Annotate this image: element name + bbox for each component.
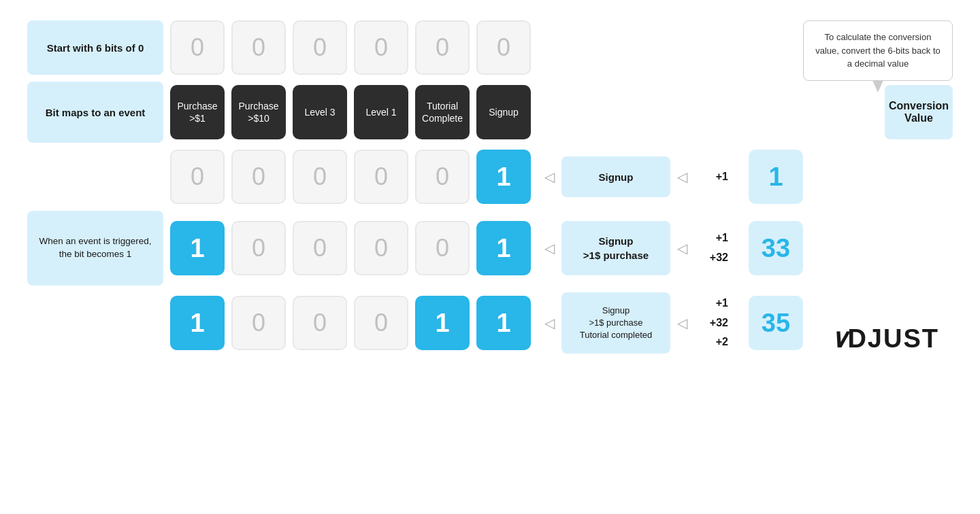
row3-plus-arrow: ◁: [677, 240, 687, 256]
row2-arrow: ◁: [544, 169, 555, 185]
row1-label: Bit maps to an event: [27, 82, 163, 143]
bit-3-1: 0: [231, 221, 286, 275]
bit-3-5: 1: [476, 221, 531, 275]
bit-2-4: 0: [415, 150, 470, 204]
adjust-logo: ∨DJUST: [830, 324, 939, 354]
bit-4-0: 1: [170, 296, 225, 350]
row-1: Bit maps to an event Purchase>$1 Purchas…: [27, 82, 953, 143]
row3-plus: +1+32: [694, 228, 728, 268]
row3-result: 33: [749, 221, 803, 275]
page-layout: To calculate the conversion value, conve…: [0, 0, 980, 381]
row4-event: Signup>1$ purchaseTutorial completed: [561, 292, 670, 354]
bit-0-5: 0: [476, 20, 531, 75]
bit-4-1: 0: [231, 296, 286, 350]
row4-bits: 1 0 0 0 1 1: [170, 296, 531, 350]
bit-2-0: 0: [170, 150, 225, 204]
logo-icon: ∨: [830, 324, 847, 353]
row-4: 1 0 0 0 1 1 ◁ Signup>1$ purchaseTutorial…: [27, 292, 953, 354]
bit-0-2: 0: [293, 20, 347, 75]
row1-bits: Purchase>$1 Purchase>$10 Level 3 Level 1…: [170, 85, 531, 139]
row3-arrow: ◁: [544, 240, 555, 256]
bit-2-5: 1: [476, 150, 531, 204]
row3-event: Signup>1$ purchase: [561, 221, 670, 275]
row-2: 0 0 0 0 0 1 ◁ Signup ◁ +1 1: [27, 150, 953, 204]
bit-3-0: 1: [170, 221, 225, 275]
row3-right: ◁ Signup>1$ purchase ◁ +1+32 33: [544, 221, 803, 275]
bit-2-3: 0: [354, 150, 408, 204]
bit-1-0: Purchase>$1: [170, 85, 225, 139]
row3-bits: 1 0 0 0 0 1: [170, 221, 531, 275]
bit-0-1: 0: [231, 20, 286, 75]
row2-plus-arrow: ◁: [677, 169, 687, 185]
logo-text: DJUST: [847, 324, 939, 353]
note-box: To calculate the conversion value, conve…: [803, 20, 953, 81]
bit-4-4: 1: [415, 296, 470, 350]
row4-result: 35: [749, 296, 803, 350]
bit-2-2: 0: [293, 150, 347, 204]
bit-0-4: 0: [415, 20, 470, 75]
bit-1-3: Level 1: [354, 85, 408, 139]
bit-3-2: 0: [293, 221, 347, 275]
bit-3-3: 0: [354, 221, 408, 275]
row0-bits: 0 0 0 0 0 0: [170, 20, 531, 75]
row3-label: When an event is triggered, the bit beco…: [27, 211, 163, 286]
row0-label: Start with 6 bits of 0: [27, 20, 163, 75]
note-text: To calculate the conversion value, conve…: [815, 32, 941, 69]
bit-1-1: Purchase>$10: [231, 85, 286, 139]
row4-plus-arrow: ◁: [677, 315, 687, 331]
bit-1-5: Signup: [476, 85, 531, 139]
row4-right: ◁ Signup>1$ purchaseTutorial completed ◁…: [544, 292, 803, 354]
row4-plus: +1+32+2: [694, 294, 728, 352]
bit-4-2: 0: [293, 296, 347, 350]
bit-0-3: 0: [354, 20, 408, 75]
row-3: When an event is triggered, the bit beco…: [27, 211, 953, 286]
bit-1-2: Level 3: [293, 85, 347, 139]
row4-empty-label: [27, 296, 163, 350]
row2-bits: 0 0 0 0 0 1: [170, 150, 531, 204]
row2-empty-label: [27, 150, 163, 204]
bit-4-3: 0: [354, 296, 408, 350]
bit-4-5: 1: [476, 296, 531, 350]
row2-right: ◁ Signup ◁ +1 1: [544, 150, 803, 204]
bit-0-0: 0: [170, 20, 225, 75]
bit-2-1: 0: [231, 150, 286, 204]
bit-3-4: 0: [415, 221, 470, 275]
conversion-value-header: ConversionValue: [885, 85, 953, 139]
row4-arrow: ◁: [544, 315, 555, 331]
bit-1-4: TutorialComplete: [415, 85, 470, 139]
row2-event: Signup: [561, 156, 670, 197]
row2-plus: +1: [694, 168, 728, 186]
row2-result: 1: [749, 150, 803, 204]
